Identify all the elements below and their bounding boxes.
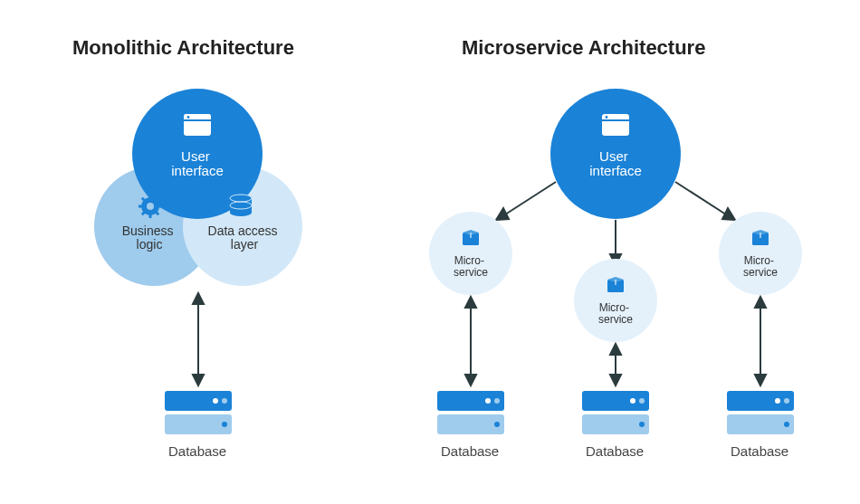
dal-label: Data access layer bbox=[208, 223, 282, 252]
svg-marker-22 bbox=[193, 293, 204, 304]
svg-point-60 bbox=[485, 398, 491, 404]
svg-rect-11 bbox=[141, 210, 147, 215]
svg-rect-12 bbox=[141, 197, 147, 203]
svg-marker-37 bbox=[722, 208, 735, 220]
business-logic-circle bbox=[94, 166, 214, 286]
ms-db-caption-2: Database bbox=[586, 443, 644, 459]
svg-marker-54 bbox=[610, 344, 621, 355]
ms-db-1 bbox=[437, 391, 504, 434]
svg-marker-51 bbox=[465, 297, 476, 308]
ms-db-caption-2-text: Database bbox=[586, 443, 644, 459]
svg-rect-27 bbox=[165, 414, 232, 434]
svg-rect-62 bbox=[437, 414, 504, 434]
svg-line-36 bbox=[675, 182, 729, 216]
svg-point-38 bbox=[429, 212, 512, 295]
svg-point-70 bbox=[775, 398, 780, 404]
ms-db-caption-3-text: Database bbox=[731, 443, 788, 459]
ms-node-3-label: Micro- service bbox=[743, 254, 778, 279]
monolith-svg: User interface Business logic Data acces… bbox=[0, 0, 860, 504]
svg-point-42 bbox=[574, 259, 657, 342]
svg-rect-10 bbox=[154, 197, 159, 203]
svg-rect-64 bbox=[582, 391, 649, 411]
svg-point-26 bbox=[222, 398, 227, 404]
svg-point-31 bbox=[606, 116, 608, 119]
svg-rect-72 bbox=[727, 414, 794, 434]
svg-rect-47 bbox=[752, 233, 769, 245]
svg-marker-52 bbox=[465, 375, 476, 385]
svg-point-4 bbox=[141, 197, 159, 215]
ui-label: User interface bbox=[171, 148, 224, 178]
microservice-title: Microservice Architecture bbox=[462, 36, 705, 60]
svg-point-5 bbox=[147, 203, 154, 210]
svg-rect-59 bbox=[437, 391, 504, 411]
bl-label: Business logic bbox=[122, 223, 177, 252]
svg-rect-0 bbox=[184, 114, 211, 136]
ms-db-caption-3: Database bbox=[731, 443, 788, 459]
ms-ui-label: User interface bbox=[589, 148, 642, 178]
svg-point-63 bbox=[494, 422, 500, 427]
svg-rect-7 bbox=[149, 213, 152, 218]
ms-browser-icon bbox=[602, 114, 629, 136]
microservice-title-text: Microservice Architecture bbox=[462, 36, 705, 59]
svg-point-73 bbox=[784, 422, 789, 427]
svg-marker-33 bbox=[496, 208, 509, 220]
svg-marker-58 bbox=[755, 375, 766, 385]
svg-rect-1 bbox=[184, 114, 211, 120]
microservice-svg: User interface Micro- servic bbox=[0, 0, 860, 504]
svg-marker-35 bbox=[610, 254, 621, 265]
svg-point-46 bbox=[719, 212, 802, 295]
svg-point-68 bbox=[639, 422, 645, 427]
svg-point-71 bbox=[784, 398, 789, 404]
svg-point-16 bbox=[230, 202, 252, 209]
ms-node-1: Micro- service bbox=[429, 212, 512, 295]
svg-point-61 bbox=[494, 398, 500, 404]
data-access-circle bbox=[183, 166, 302, 286]
svg-rect-67 bbox=[582, 414, 649, 434]
user-interface-circle bbox=[132, 89, 263, 219]
monolith-db-arrow bbox=[193, 293, 204, 385]
ms-db-3 bbox=[727, 391, 794, 434]
ms-node-2: Micro- service bbox=[574, 259, 657, 342]
svg-point-14 bbox=[230, 195, 252, 202]
monolith-db-caption-text: Database bbox=[168, 443, 226, 459]
svg-point-25 bbox=[213, 398, 218, 404]
svg-rect-9 bbox=[157, 205, 162, 208]
ms-node-1-label: Micro- service bbox=[454, 254, 488, 279]
browser-icon bbox=[184, 114, 211, 136]
monolith-title: Monolithic Architecture bbox=[72, 36, 294, 60]
database-icon bbox=[230, 195, 252, 216]
svg-rect-17 bbox=[230, 205, 252, 213]
ms-db-arrows bbox=[465, 297, 766, 385]
svg-rect-13 bbox=[154, 210, 159, 215]
ms-db-caption-1-text: Database bbox=[441, 443, 499, 459]
svg-point-20 bbox=[230, 202, 252, 209]
svg-rect-6 bbox=[149, 195, 152, 200]
ms-ui-circle bbox=[550, 89, 681, 219]
ms-db-2 bbox=[582, 391, 649, 434]
svg-rect-15 bbox=[230, 198, 252, 205]
svg-rect-39 bbox=[463, 233, 479, 245]
svg-point-18 bbox=[230, 209, 252, 216]
svg-marker-48 bbox=[752, 230, 769, 235]
svg-point-65 bbox=[630, 398, 635, 404]
svg-point-66 bbox=[639, 398, 645, 404]
monolith-title-text: Monolithic Architecture bbox=[72, 36, 294, 59]
svg-rect-8 bbox=[139, 205, 144, 208]
svg-marker-57 bbox=[755, 297, 766, 308]
ms-db-caption-1: Database bbox=[441, 443, 499, 459]
svg-rect-43 bbox=[607, 280, 624, 292]
diagram-canvas: Monolithic Architecture Microservice Arc… bbox=[0, 0, 860, 504]
monolith-database bbox=[165, 391, 232, 434]
svg-marker-55 bbox=[610, 375, 621, 385]
svg-rect-69 bbox=[727, 391, 794, 411]
svg-marker-40 bbox=[463, 230, 479, 235]
svg-rect-29 bbox=[602, 114, 629, 136]
svg-rect-24 bbox=[165, 391, 232, 411]
gear-icon bbox=[139, 195, 162, 218]
ms-node-3: Micro- service bbox=[719, 212, 802, 295]
ms-node-2-label: Micro- service bbox=[598, 301, 633, 326]
svg-point-28 bbox=[222, 422, 227, 427]
svg-point-19 bbox=[230, 195, 252, 202]
svg-marker-23 bbox=[193, 375, 204, 385]
monolith-db-caption: Database bbox=[168, 443, 226, 459]
